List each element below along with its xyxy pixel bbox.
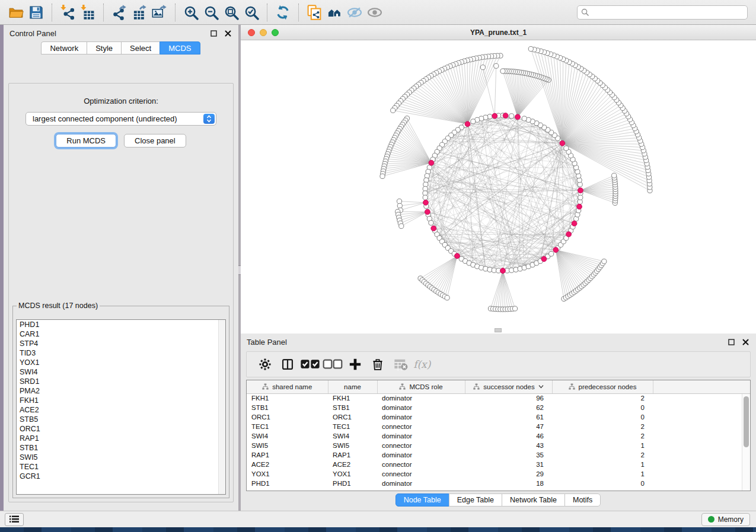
result-node[interactable]: TEC1 [17,462,225,472]
horizontal-splitter-grip[interactable] [495,328,502,332]
float-panel-icon[interactable] [209,28,218,38]
table-row[interactable]: FKH1 FKH1 dominator 96 2 [247,393,750,403]
table-row[interactable]: RAP1 RAP1 dominator 35 2 [247,450,750,460]
network-node[interactable] [549,251,554,256]
mcds-node[interactable] [429,160,434,165]
network-node[interactable] [500,69,505,73]
table-row[interactable]: ORC1 ORC1 dominator 61 0 [247,412,750,422]
mcds-node[interactable] [560,140,565,146]
network-node[interactable] [399,224,404,229]
table-row[interactable]: STB1 STB1 dominator 62 0 [247,403,750,412]
table-row[interactable]: YOX1 YOX1 connector 29 1 [247,469,750,479]
table-row[interactable]: SWI4 SWI4 dominator 46 2 [247,431,750,441]
close-window-icon[interactable] [248,29,255,36]
tab-node-table[interactable]: Node Table [395,493,449,507]
mcds-node[interactable] [500,268,506,274]
result-node[interactable]: TID3 [17,348,225,358]
mcds-node[interactable] [431,226,436,231]
zoom-out-button[interactable] [201,2,221,23]
import-table-button[interactable] [78,2,98,23]
deselect-all-button[interactable] [321,354,344,375]
gear-button[interactable] [254,354,276,375]
hide-selected-button[interactable] [344,2,365,23]
mcds-node[interactable] [515,114,521,120]
network-node[interactable] [397,203,402,208]
result-node[interactable]: STB1 [17,443,225,453]
result-node[interactable]: SWI4 [17,367,225,377]
zoom-selected-button[interactable] [241,2,261,23]
mcds-node[interactable] [541,257,547,262]
result-node[interactable]: SWI5 [17,453,225,462]
network-node[interactable] [509,114,514,118]
task-history-button[interactable] [5,513,24,526]
export-table-button[interactable] [129,2,149,23]
network-node[interactable] [429,220,433,225]
network-node[interactable] [602,259,607,264]
table-row[interactable]: PHD1 PHD1 dominator 18 0 [247,479,750,488]
network-node[interactable] [445,295,449,300]
result-node[interactable]: RAP1 [17,434,225,443]
refresh-button[interactable] [273,2,293,23]
network-node[interactable] [612,173,617,178]
network-node[interactable] [522,116,527,121]
show-all-button[interactable] [365,2,385,23]
network-node[interactable] [494,63,499,68]
export-image-button[interactable] [149,2,170,23]
column-header-MCDS-role[interactable]: MCDS role [377,380,465,393]
select-all-button[interactable] [299,354,321,375]
run-mcds-button[interactable]: Run MCDS [56,134,116,148]
mcds-node[interactable] [423,200,429,206]
result-node[interactable]: STP4 [17,339,225,348]
close-panel-icon[interactable] [223,28,232,38]
network-canvas[interactable] [241,40,756,334]
result-node[interactable]: PMA2 [17,386,225,396]
criterion-select[interactable]: largest connected component (undirected) [25,112,216,126]
result-node[interactable]: YOX1 [17,358,225,367]
mcds-node[interactable] [503,113,508,118]
float-table-panel-icon[interactable] [726,337,736,347]
column-header-predecessor-nodes[interactable]: predecessor nodes [552,380,653,393]
mcds-node[interactable] [465,121,470,127]
result-node[interactable]: PHD1 [17,320,225,329]
mcds-node[interactable] [577,204,582,209]
mcds-node[interactable] [455,254,460,259]
close-table-panel-icon[interactable] [741,337,750,347]
delete-column-button[interactable] [366,354,389,375]
network-node[interactable] [512,306,517,311]
add-column-button[interactable] [344,354,366,375]
network-node[interactable] [423,195,428,200]
export-network-button[interactable] [109,2,129,23]
zoom-fit-button[interactable] [221,2,241,23]
result-node[interactable]: SRD1 [17,377,225,386]
tab-edge-table[interactable]: Edge Table [449,493,502,507]
table-row[interactable]: TEC1 TEC1 connector 47 2 [247,422,750,431]
search-input[interactable] [577,5,748,20]
network-node[interactable] [564,146,569,150]
columns-button[interactable] [276,354,299,375]
network-node[interactable] [391,108,395,113]
table-row[interactable]: SWI5 SWI5 connector 43 1 [247,441,750,450]
memory-button[interactable]: Memory [701,513,750,526]
network-node[interactable] [397,199,401,204]
column-header-name[interactable]: name [328,380,377,393]
close-panel-button[interactable]: Close panel [124,134,186,148]
save-session-button[interactable] [26,2,46,23]
network-node[interactable] [380,174,385,178]
duplicate-network-button[interactable] [304,2,324,23]
table-row[interactable]: ACE2 ACE2 connector 31 1 [247,460,750,469]
open-file-button[interactable] [6,2,26,23]
column-header-shared-name[interactable]: shared name [247,380,328,393]
result-node[interactable]: ORC1 [17,424,225,434]
mcds-node[interactable] [425,209,430,214]
import-network-button[interactable] [58,2,78,23]
result-scrollbar[interactable] [218,320,225,494]
tab-mcds[interactable]: MCDS [160,41,200,55]
result-node[interactable]: CAR1 [17,329,225,339]
maximize-window-icon[interactable] [272,29,279,36]
mcds-node[interactable] [572,221,577,226]
mcds-node[interactable] [492,113,497,118]
network-node[interactable] [578,195,583,200]
minimize-window-icon[interactable] [260,29,267,36]
result-node[interactable]: GCR1 [17,472,225,481]
result-node[interactable]: STB5 [17,415,225,424]
